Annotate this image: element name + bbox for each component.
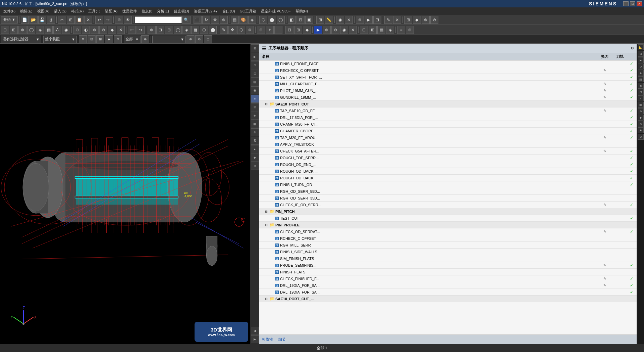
far-right-icon-6[interactable]: ◉ <box>638 83 644 89</box>
tree-item[interactable]: ⊡CHECK_OD_SERRAT...✎✓ <box>259 228 637 235</box>
postproc-btn[interactable]: ⊡ <box>373 16 381 24</box>
tb2-btn26[interactable]: ✥ <box>228 26 236 34</box>
tree-item[interactable]: ⊡RGH_OD_SERR_55D... <box>259 188 637 195</box>
tb2-btn22[interactable]: ▦ <box>191 26 199 34</box>
tb2-btn6[interactable]: ▤ <box>45 26 53 34</box>
del-op-btn[interactable]: ✕ <box>393 16 401 24</box>
menu-item-F[interactable]: 文件(F) <box>1 8 17 14</box>
tree-item[interactable]: ⊡TAP_M20_FF_AROU...✎✓ <box>259 134 637 141</box>
tree-item[interactable]: ⊡SIM_FINISH_FLATS <box>259 255 637 262</box>
tb2-btn20[interactable]: ◯ <box>174 26 182 34</box>
tree-item[interactable]: ⊡ROUGH_OD_END_...✓ <box>259 161 637 168</box>
tree-item[interactable]: ⊡CHAMF_M20_FF_CT...✓ <box>259 121 637 128</box>
tb2-btn12[interactable]: ⊘ <box>99 26 107 34</box>
minimize-button[interactable]: — <box>623 1 629 6</box>
tree-item[interactable]: ⊡FINISH_TURN_OD✓ <box>259 181 637 188</box>
far-right-icon-11[interactable]: ◆ <box>638 115 644 121</box>
tb2-btn39[interactable]: ✕ <box>349 26 357 34</box>
cube-btn[interactable]: ⬛ <box>194 16 202 24</box>
zoom-btn[interactable]: ⊕ <box>220 16 228 24</box>
tb2-btn25[interactable]: ↻ <box>220 26 228 34</box>
filter-btn6[interactable]: ⊛ <box>141 35 149 43</box>
copy-btn[interactable]: ⊞ <box>67 16 75 24</box>
undo-btn[interactable]: ↩ <box>95 16 103 24</box>
side-icon-level5[interactable]: 5 <box>251 137 259 145</box>
start-button[interactable]: 开始 ▼ <box>1 16 18 24</box>
tb2-btn14[interactable]: ✕ <box>117 26 125 34</box>
command-input[interactable] <box>135 16 182 23</box>
nav2-btn[interactable]: ◆ <box>413 16 421 24</box>
maximize-button[interactable]: □ <box>630 1 635 6</box>
menu-item-A[interactable]: 装配(A) <box>103 8 119 14</box>
menu-item-S[interactable]: 插入(S) <box>52 8 68 14</box>
menu-item-V6935F[interactable]: 星空外挂 V6.935F <box>259 8 293 14</box>
tree-item[interactable]: ⊡SET_XY_SHIFT_FOR_...✓ <box>259 74 637 81</box>
top-btn[interactable]: ⊡ <box>297 16 305 24</box>
side-icon-mark[interactable]: ◆ <box>251 153 259 162</box>
tb2-btn21[interactable]: ◈ <box>182 26 191 34</box>
save-btn[interactable]: 💾 <box>38 16 46 24</box>
tree-item[interactable]: ⊡CHECK_FINISHED_F...✎✓ <box>259 275 637 282</box>
tb2-btn37[interactable]: ⊘ <box>331 26 339 34</box>
color-btn[interactable]: 🎨 <box>239 16 248 24</box>
tb2-btn17[interactable]: ⊕ <box>148 26 156 34</box>
paste-btn[interactable]: 📋 <box>75 16 84 24</box>
side-icon-tool[interactable]: ◉ <box>251 86 259 94</box>
nav-bottom-item1[interactable]: 相依性 <box>262 337 273 342</box>
tree-item[interactable]: ⊡RCHECK_C-OFFSET <box>259 235 637 242</box>
far-right-icon-14[interactable]: ⊘ <box>638 134 644 140</box>
new-btn[interactable]: 📄 <box>21 16 29 24</box>
tb2-btn31[interactable]: — <box>274 26 282 34</box>
menu-item-v247[interactable]: 溶强工具v2.47 <box>192 8 220 14</box>
nav4-btn[interactable]: ⊘ <box>430 16 438 24</box>
cut-btn[interactable]: ✂ <box>58 16 66 24</box>
tree-item[interactable]: ⊡ROUGH_TOP_SERR...✓ <box>259 155 637 161</box>
verify-btn[interactable]: ▶ <box>365 16 373 24</box>
menu-item-H[interactable]: 帮助(H) <box>293 8 310 14</box>
tb2-btn23[interactable]: ⬡ <box>200 26 208 34</box>
tb2-btn2[interactable]: ⊞ <box>10 26 18 34</box>
tree-item[interactable]: ⊡DRL_19DIA_FOR_SA...✎✓ <box>259 282 637 289</box>
far-right-icon-3[interactable]: ⊙ <box>638 63 644 70</box>
side-icon-up[interactable]: ▲ <box>251 145 259 153</box>
tree-item[interactable]: ⊡CHAMFER_CBORE_...✓ <box>259 128 637 134</box>
side-icon-add[interactable]: ⊕ <box>251 162 259 170</box>
tree-expand-icon[interactable]: ⊟ <box>264 223 269 227</box>
tb2-btn7[interactable]: A <box>53 26 61 34</box>
close-button[interactable]: ✕ <box>637 1 642 6</box>
tb2-btn43[interactable]: ◈ <box>386 26 394 34</box>
tb2-btn35[interactable]: ▶ <box>314 26 322 34</box>
tb2-btn19[interactable]: ⊞ <box>165 26 173 34</box>
tb2-btn4[interactable]: ◯ <box>27 26 35 34</box>
side-icon-resource[interactable]: ⊞ <box>251 44 259 52</box>
side-icon-method[interactable]: ▤ <box>251 78 259 86</box>
tb2-btn30[interactable]: + <box>266 26 274 34</box>
far-right-icon-10[interactable]: ⊛ <box>638 108 644 114</box>
extra2-btn[interactable]: ✕ <box>345 16 353 24</box>
filter-dropdown[interactable]: 没有选择过滤器 ▼ <box>1 36 41 43</box>
tb2-btn5[interactable]: ◈ <box>36 26 44 34</box>
gen-btn[interactable]: ⊛ <box>356 16 364 24</box>
tb2-btn13[interactable]: ◆ <box>108 26 116 34</box>
tree-item[interactable]: ⊡GUNDRILL_19MM_...✎✓ <box>259 94 637 101</box>
tree-item[interactable]: ⊡ROUGH_OD_BACK_...✓ <box>259 175 637 181</box>
menu-item-E[interactable]: 编辑(E) <box>18 8 35 14</box>
tree-item[interactable]: ⊡FINISH_FRONT_FACE✓ <box>259 60 637 67</box>
filter-btn3[interactable]: ⊞ <box>96 35 104 43</box>
method-dropdown[interactable]: ▼ <box>152 36 186 43</box>
tree-item[interactable]: ⊡PROBE_SEMIFINIS...✎✓ <box>259 262 637 269</box>
layer-btn[interactable]: ▤ <box>231 16 239 24</box>
filter-btn8[interactable]: ⊙ <box>195 35 203 43</box>
viewport[interactable]: -1,000 100 X Y Z <box>0 44 250 344</box>
side-icon-op[interactable]: ▦ <box>251 120 259 128</box>
side-icon-nav[interactable]: ▶ <box>251 53 259 61</box>
rotate-btn[interactable]: ↻ <box>202 16 210 24</box>
tree-item[interactable]: ⊟📁PIN_PROFILE <box>259 222 637 228</box>
menu-item-T[interactable]: 工具(T) <box>86 8 102 14</box>
tree-item[interactable]: ⊡FINISH_SIDE_WALLS <box>259 249 637 255</box>
tree-expand-icon[interactable]: ⊟ <box>264 209 269 214</box>
tree-item[interactable]: ⊡MILL_CLEARENCE_F...✎✓ <box>259 81 637 87</box>
menu-item-[interactable]: 优品软件 <box>120 8 139 14</box>
tb2-btn34[interactable]: ◆ <box>303 26 311 34</box>
tb2-btn18[interactable]: ⊡ <box>156 26 164 34</box>
